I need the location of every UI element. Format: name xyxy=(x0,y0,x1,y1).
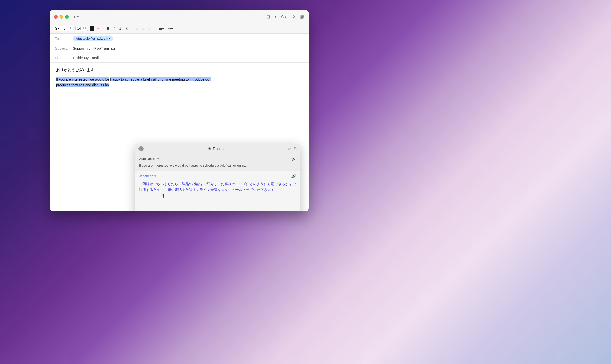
align-center-icon[interactable]: ≡ xyxy=(141,26,145,31)
traffic-lights xyxy=(54,15,69,19)
email-greeting: ありがとうございます xyxy=(56,68,302,73)
format-chevron[interactable]: ▾ xyxy=(275,15,276,19)
email-body[interactable]: ありがとうございます If you are interested, we wou… xyxy=(50,63,309,211)
format-divider-2 xyxy=(132,26,132,31)
font-size-value: 14 xyxy=(77,26,81,30)
popup-close-button[interactable]: ✕ xyxy=(138,146,144,151)
emoji-icon[interactable]: ☺ xyxy=(291,14,296,19)
maximize-button[interactable] xyxy=(65,15,69,19)
color-swatch[interactable] xyxy=(90,26,94,31)
target-lang-selector[interactable]: Japanese ▾ xyxy=(139,174,156,178)
popup-header-icons: ☆ ⧉ xyxy=(287,146,297,151)
mail-window: ➤ ▾ ⊟ ▾ Aa ☺ ▨ SF Pro ⬆⬇ 14 ⬆⬇ ✂ B I U S… xyxy=(50,10,309,211)
send-chevron: ▾ xyxy=(77,15,79,19)
eraser-icon[interactable]: ✂ xyxy=(96,26,100,31)
target-lang-name: Japanese xyxy=(139,174,153,178)
body-line2: product's features and discuss ho xyxy=(56,83,109,87)
source-lang-chevron: ▾ xyxy=(157,157,159,160)
italic-button[interactable]: I xyxy=(113,26,116,31)
send-button[interactable]: ➤ ▾ xyxy=(73,14,79,19)
bold-button[interactable]: B xyxy=(106,26,110,31)
send-icon: ➤ xyxy=(73,14,76,19)
target-lang-row: Japanese ▾ 🔊 xyxy=(139,174,296,178)
popup-title: ✳ Translate xyxy=(208,147,227,151)
subject-field: Subject: Support from PopTranslate xyxy=(50,44,309,53)
email-fields: To: tutustudio@gmail.com ▾ Subject: Supp… xyxy=(50,34,309,63)
popup-header: ✕ ✳ Translate ☆ ⧉ xyxy=(135,144,300,154)
align-left-icon[interactable]: ≡ xyxy=(135,26,139,31)
target-lang-chevron: ▾ xyxy=(154,174,156,178)
photo-icon[interactable]: ▨ xyxy=(300,14,304,20)
source-lang-row: Auto Detect ▾ 🔈 xyxy=(139,156,296,161)
underline-button[interactable]: U xyxy=(118,26,122,31)
expand-icon[interactable]: ⧉ xyxy=(294,146,297,151)
from-field: From: ℹ Hide My Email xyxy=(50,53,309,63)
source-lang-selector[interactable]: Auto Detect ▾ xyxy=(139,157,159,161)
translation-text: ご興味がございましたら、製品の機能をご紹介し、お客様のニーズにどのように対応でき… xyxy=(139,181,296,193)
source-text: If you are interested, we would be happy… xyxy=(139,163,296,168)
size-chevron: ⬆⬇ xyxy=(82,27,86,30)
format-divider xyxy=(103,26,103,31)
toolbar-icons: ⊟ ▾ Aa ☺ ▨ xyxy=(266,14,304,20)
subject-value[interactable]: Support from PopTranslate xyxy=(73,46,116,50)
translate-popup: ✕ ✳ Translate ☆ ⧉ Auto Detect ▾ xyxy=(135,144,300,211)
from-label: From: xyxy=(55,56,73,60)
strikethrough-button[interactable]: S xyxy=(124,26,129,31)
target-speaker-icon[interactable]: 🔊 xyxy=(291,174,296,178)
title-bar: ➤ ▾ ⊟ ▾ Aa ☺ ▨ xyxy=(50,10,309,23)
format-divider-3 xyxy=(155,26,155,31)
email-body-text: If you are interested, we would be happy… xyxy=(56,77,302,88)
source-lang-name: Auto Detect xyxy=(139,157,156,161)
source-section: Auto Detect ▾ 🔈 If you are interested, w… xyxy=(135,154,300,171)
font-name: SF Pro xyxy=(55,26,65,30)
list-icon[interactable]: ☰▾ xyxy=(158,26,165,31)
from-value[interactable]: Hide My Email xyxy=(76,56,99,60)
translate-icon: ✳ xyxy=(208,147,211,151)
highlighted-text: If you are interested, we would be xyxy=(56,77,109,81)
font-size-selector[interactable]: 14 ⬆⬇ xyxy=(75,26,88,31)
format-bar: SF Pro ⬆⬇ 14 ⬆⬇ ✂ B I U S ≡ ≡ ≡ ☰▾ ⇥▾ xyxy=(50,23,309,34)
format-icon[interactable]: ⊟ xyxy=(266,14,270,20)
translation-section: Japanese ▾ 🔊 ご興味がございましたら、製品の機能をご紹介し、お客様の… xyxy=(135,171,300,212)
info-icon: ℹ xyxy=(73,56,74,60)
close-button[interactable] xyxy=(54,15,58,19)
subject-label: Subject: xyxy=(55,46,73,50)
recipient-chip[interactable]: tutustudio@gmail.com ▾ xyxy=(73,36,113,41)
font-selector[interactable]: SF Pro ⬆⬇ xyxy=(53,26,73,31)
to-field: To: tutustudio@gmail.com ▾ xyxy=(50,34,309,44)
source-speaker-icon[interactable]: 🔈 xyxy=(291,156,296,161)
font-icon[interactable]: Aa xyxy=(281,14,286,19)
recipient-email: tutustudio@gmail.com xyxy=(75,37,108,40)
to-label: To: xyxy=(55,37,73,41)
body-continued: happy to schedule a brief call or online… xyxy=(110,77,211,81)
popup-title-text: Translate xyxy=(213,147,227,151)
indent-icon[interactable]: ⇥▾ xyxy=(167,26,174,31)
minimize-button[interactable] xyxy=(60,15,63,19)
recipient-chevron: ▾ xyxy=(109,37,110,40)
font-chevron: ⬆⬇ xyxy=(67,27,71,30)
close-x-icon: ✕ xyxy=(140,147,142,150)
pin-icon[interactable]: ☆ xyxy=(287,146,291,151)
align-right-icon[interactable]: ≡ xyxy=(147,26,151,31)
